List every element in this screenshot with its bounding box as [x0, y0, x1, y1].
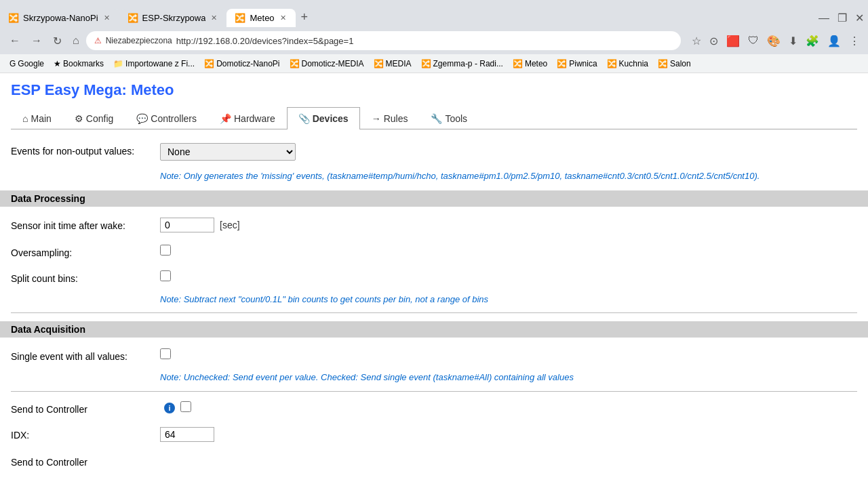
idx-row: IDX: [11, 424, 857, 445]
address-bar[interactable]: ⚠ Niezabezpieczona http://192.168.0.20/d… [86, 31, 681, 50]
divider-2 [11, 391, 857, 392]
profile-icon[interactable]: 👤 [825, 33, 844, 49]
tab-title: Skrzypowa-NanoPi [23, 13, 98, 23]
new-tab-button[interactable]: + [296, 7, 314, 27]
divider-1 [11, 312, 857, 313]
tab-favicon: 🔀 [8, 13, 19, 23]
bookmark-domoticz-nanopi[interactable]: 🔀 Domoticz-NanoPi [200, 58, 283, 70]
tab-close-button[interactable]: ✕ [210, 14, 218, 22]
bookmark-label: Salon [670, 59, 691, 68]
tab-close-button[interactable]: ✕ [102, 14, 111, 22]
history-icon[interactable]: ⊙ [707, 33, 721, 49]
domoticz-media-icon: 🔀 [290, 59, 300, 68]
tab-hardware[interactable]: 📌 Hardware [208, 107, 287, 129]
oversampling-checkbox[interactable] [160, 245, 171, 256]
bookmark-label: Domoticz-MEDIA [302, 59, 364, 68]
sensor-init-input[interactable] [160, 218, 214, 232]
bookmark-media[interactable]: 🔀 MEDIA [370, 58, 416, 70]
bookmark-label: Zgemma-p - Radi... [433, 59, 503, 68]
minimize-button[interactable]: — [814, 9, 833, 27]
tab-title: Meteo [250, 13, 274, 23]
tab-main[interactable]: ⌂ Main [11, 107, 63, 129]
oversampling-row: Oversampling: [11, 242, 857, 261]
idx-control [160, 427, 214, 442]
bookmark-salon[interactable]: 🔀 Salon [654, 58, 695, 70]
bookmark-label: Bookmarks [63, 59, 104, 68]
send-to-controller-control [180, 401, 191, 412]
tab-tools[interactable]: 🔧 Tools [419, 107, 479, 129]
idx-label: IDX: [11, 427, 160, 441]
back-button[interactable]: ← [5, 32, 24, 49]
browser-tab-meteo[interactable]: 🔀 Meteo ✕ [226, 9, 295, 27]
extension-2-icon[interactable]: 🛡 [745, 33, 762, 49]
browser-tab-esp[interactable]: 🔀 ESP-Skrzypowa ✕ [119, 9, 227, 27]
send-to-controller-checkbox[interactable] [180, 401, 191, 412]
bookmark-label: Piwnica [569, 59, 597, 68]
bookmark-google[interactable]: G Google [5, 58, 48, 70]
extension-4-icon[interactable]: ⬇ [786, 33, 800, 49]
zgemma-icon: 🔀 [421, 59, 431, 68]
extension-3-icon[interactable]: 🎨 [764, 33, 783, 49]
refresh-button[interactable]: ↻ [49, 32, 66, 50]
page-content: ESP Easy Mega: Meteo ⌂ Main ⚙ Config 💬 C… [0, 73, 868, 485]
bookmark-meteo[interactable]: 🔀 Meteo [509, 58, 551, 70]
extension-1-icon[interactable]: 🟥 [724, 33, 743, 49]
split-count-checkbox[interactable] [160, 270, 171, 281]
bookmark-domoticz-media[interactable]: 🔀 Domoticz-MEDIA [285, 58, 368, 70]
bookmark-importowane[interactable]: 📁 Importowane z Fi... [109, 58, 199, 70]
events-row: Events for non-output values: None All C… [11, 140, 857, 163]
lock-icon: ⚠ [94, 36, 102, 45]
bookmark-star-icon[interactable]: ☆ [689, 33, 704, 49]
single-event-control [160, 348, 171, 359]
split-count-label: Split count bins: [11, 270, 160, 284]
tab-controllers[interactable]: 💬 Controllers [125, 107, 208, 129]
bookmark-bookmarks[interactable]: ★ Bookmarks [50, 58, 108, 70]
tab-close-button[interactable]: ✕ [279, 14, 288, 22]
tab-rules[interactable]: → Rules [360, 107, 420, 129]
controllers-icon: 💬 [136, 113, 148, 124]
menu-icon[interactable]: ⋮ [846, 33, 863, 49]
hardware-icon: 📌 [220, 113, 231, 124]
tab-devices[interactable]: 📎 Devices [287, 107, 360, 129]
tab-devices-label: Devices [313, 113, 349, 124]
devices-icon: 📎 [298, 113, 310, 124]
section-data-processing: Data Processing [0, 190, 868, 207]
media-icon: 🔀 [374, 59, 384, 68]
meteo-icon: 🔀 [513, 59, 523, 68]
home-button[interactable]: ⌂ [68, 32, 83, 49]
idx-input[interactable] [160, 427, 214, 442]
tab-config-label: Config [86, 113, 113, 124]
send-to-controller2-label: Send to Controller [11, 454, 160, 468]
browser-tab-skrzypowa[interactable]: 🔀 Skrzypowa-NanoPi ✕ [0, 9, 119, 27]
bookmark-label: Kuchnia [619, 59, 648, 68]
kuchnia-icon: 🔀 [607, 59, 617, 68]
forward-button[interactable]: → [27, 32, 46, 49]
close-button[interactable]: ✕ [851, 9, 868, 27]
bookmark-label: Domoticz-NanoPi [216, 59, 279, 68]
bookmark-kuchnia[interactable]: 🔀 Kuchnia [603, 58, 652, 70]
tab-controllers-label: Controllers [151, 113, 197, 124]
oversampling-label: Oversampling: [11, 245, 160, 258]
tab-bar: 🔀 Skrzypowa-NanoPi ✕ 🔀 ESP-Skrzypowa ✕ 🔀… [0, 0, 868, 27]
oversampling-control [160, 245, 171, 256]
send-to-controller-label: Send to Controller [11, 401, 160, 415]
bookmark-zgemma[interactable]: 🔀 Zgemma-p - Radi... [417, 58, 507, 70]
info-icon[interactable]: i [164, 403, 175, 413]
single-event-checkbox[interactable] [160, 348, 171, 359]
tab-config[interactable]: ⚙ Config [63, 107, 125, 129]
single-event-row: Single event with all values: [11, 346, 857, 365]
restore-button[interactable]: ❐ [833, 9, 851, 27]
sensor-init-label: Sensor init time after wake: [11, 218, 160, 231]
single-event-label: Single event with all values: [11, 348, 160, 362]
extension-5-icon[interactable]: 🧩 [803, 33, 822, 49]
split-count-row: Split count bins: [11, 268, 857, 287]
single-event-note: Note: Unchecked: Send event per value. C… [160, 371, 857, 384]
events-select[interactable]: None All Changed [160, 143, 296, 161]
bookmarks-icon: ★ [54, 59, 61, 68]
tab-rules-label: Rules [384, 113, 408, 124]
sensor-init-control: [sec] [160, 218, 240, 232]
folder-icon: 📁 [113, 59, 123, 68]
bookmark-piwnica[interactable]: 🔀 Piwnica [553, 58, 601, 70]
bookmark-label: Importowane z Fi... [125, 59, 195, 68]
bookmark-label: Google [18, 59, 44, 68]
